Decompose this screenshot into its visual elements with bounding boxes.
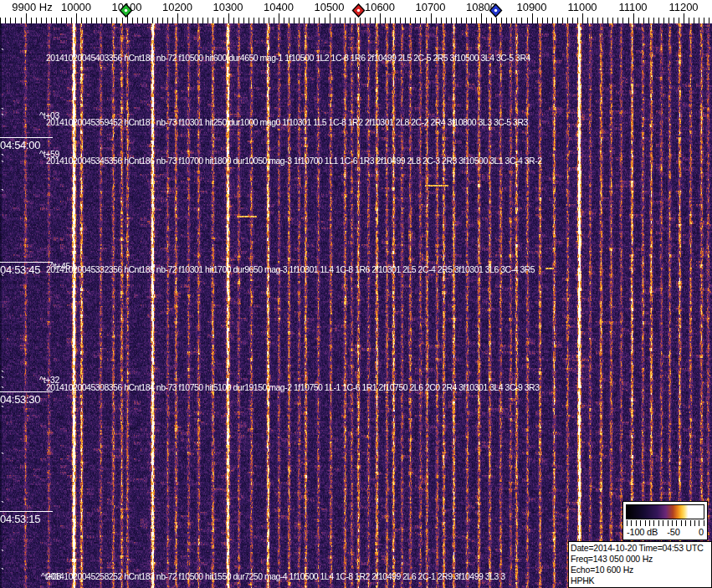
freq-tick — [122, 18, 123, 23]
freq-tick — [340, 18, 341, 23]
red-marker-icon[interactable] — [351, 3, 366, 18]
freq-tick — [592, 18, 593, 23]
freq-tick — [96, 18, 97, 23]
freq-tick — [405, 18, 406, 23]
freq-tick — [86, 18, 87, 23]
freq-tick — [385, 18, 386, 23]
freq-tick — [147, 18, 148, 23]
time-tick: ` — [1, 115, 4, 122]
freq-tick — [0, 18, 1, 23]
freq-tick — [694, 18, 694, 23]
freq-tick — [390, 18, 391, 23]
detection-log-line: 20141020045345356 hCnt186 nb-73 f10700 h… — [46, 156, 542, 166]
freq-tick — [299, 18, 300, 23]
freq-tick — [254, 18, 254, 23]
info-line: Freq=143 050 000 Hz — [571, 554, 711, 565]
freq-tick — [167, 18, 168, 23]
freq-tick — [532, 13, 533, 23]
freq-tick — [612, 18, 613, 23]
freq-tick — [577, 18, 578, 23]
freq-tick — [602, 18, 603, 23]
freq-tick — [446, 18, 447, 23]
freq-tick — [663, 18, 664, 23]
freq-tick — [116, 18, 117, 23]
time-tick: ` — [1, 388, 4, 395]
freq-tick — [380, 13, 381, 23]
freq-tick — [309, 18, 310, 23]
detection-log-line: 20141020045332356 hCnt185 nb-72 f10301 h… — [46, 264, 535, 274]
freq-tick — [506, 18, 507, 23]
freq-tick — [638, 18, 639, 23]
freq-label: 10500 — [314, 1, 344, 13]
frequency-axis: 9900 Hz100001010010200103001040010500106… — [0, 0, 712, 23]
freq-tick — [451, 18, 452, 23]
freq-tick — [689, 18, 689, 23]
freq-tick — [192, 18, 193, 23]
detection-log-line: 20141020045359452 hCnt187 nb-73 f10301 h… — [46, 117, 528, 127]
freq-tick — [142, 18, 143, 23]
freq-tick — [420, 18, 421, 23]
blue-marker-icon[interactable] — [489, 3, 503, 18]
freq-tick — [243, 18, 244, 23]
detection-log-line: 20141020045308356 hCnt184 nb-73 f10750 h… — [46, 382, 540, 392]
time-tick: ` — [1, 454, 4, 461]
freq-tick — [132, 18, 133, 23]
freq-tick — [248, 18, 249, 23]
freq-tick — [679, 18, 679, 23]
freq-tick — [633, 13, 634, 23]
freq-tick — [415, 18, 416, 23]
freq-tick — [76, 13, 77, 23]
freq-tick — [218, 18, 218, 23]
db-scale-legend: -100 dB -50 0 — [622, 501, 708, 540]
freq-tick — [410, 18, 411, 23]
freq-tick — [562, 18, 563, 23]
freq-tick — [516, 18, 517, 23]
freq-tick — [648, 18, 649, 23]
time-tick: ` — [1, 378, 4, 385]
freq-tick — [582, 13, 583, 23]
info-line: HPHK — [571, 575, 711, 586]
freq-tick — [476, 18, 477, 23]
freq-tick — [684, 13, 684, 23]
freq-tick — [699, 18, 699, 23]
freq-tick — [213, 18, 213, 23]
freq-tick — [259, 18, 259, 23]
time-tick: ` — [1, 191, 4, 197]
freq-tick — [264, 18, 264, 23]
db-label-min: -100 dB — [627, 527, 658, 537]
freq-label: 10900 — [516, 1, 546, 13]
freq-tick — [658, 18, 659, 23]
freq-label: 10600 — [365, 1, 395, 13]
freq-tick — [314, 18, 315, 23]
time-tick: ` — [1, 570, 4, 576]
freq-tick — [511, 18, 512, 23]
db-gradient-bar — [626, 504, 704, 519]
freq-tick — [294, 18, 295, 23]
time-label: 04:53:15 — [0, 511, 53, 525]
freq-label: 11000 — [567, 1, 597, 13]
freq-tick — [653, 18, 654, 23]
freq-tick — [501, 18, 502, 23]
freq-label: 10700 — [415, 1, 445, 13]
meteor-spectrogram-app: 9900 Hz100001010010200103001040010500106… — [0, 0, 712, 588]
freq-tick — [345, 18, 346, 23]
freq-label: 11200 — [668, 1, 698, 13]
freq-tick — [350, 18, 351, 23]
freq-tick — [137, 18, 138, 23]
freq-tick — [304, 18, 305, 23]
freq-tick — [527, 18, 528, 23]
info-line: Echo=10 600 Hz — [571, 565, 711, 575]
freq-tick — [223, 18, 224, 23]
green-marker-icon[interactable] — [119, 3, 133, 18]
freq-tick — [400, 18, 401, 23]
freq-tick — [431, 13, 432, 23]
freq-tick — [537, 18, 538, 23]
freq-tick — [456, 18, 457, 23]
freq-tick — [481, 13, 482, 23]
freq-tick — [172, 18, 173, 23]
freq-tick — [567, 18, 568, 23]
freq-tick — [91, 18, 92, 23]
freq-tick — [365, 18, 366, 23]
freq-label: 10200 — [162, 1, 192, 13]
freq-tick — [552, 18, 553, 23]
